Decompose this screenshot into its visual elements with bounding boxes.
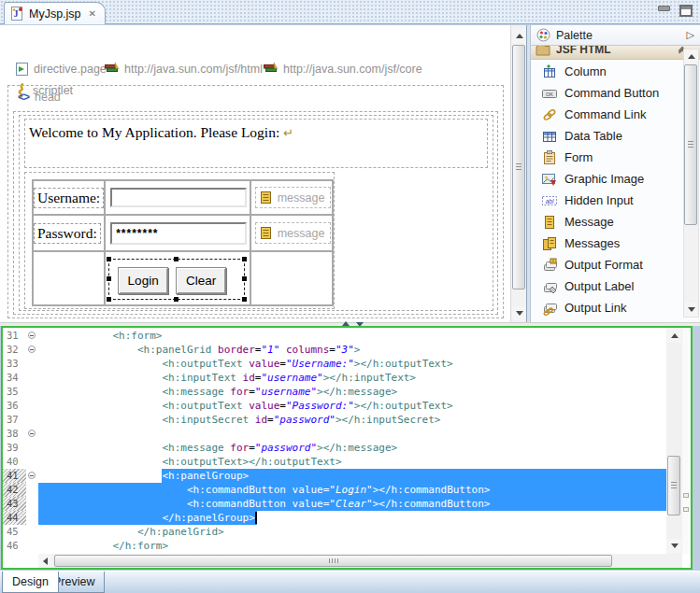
password-message-element[interactable]: message xyxy=(255,222,332,244)
scrollbar-thumb[interactable] xyxy=(512,45,525,289)
taglib-icon xyxy=(105,62,120,76)
selection-handle[interactable] xyxy=(107,276,111,281)
source-line-40[interactable]: 40 <h:outputText></h:outputText> xyxy=(3,455,666,469)
source-line-38[interactable]: 38 xyxy=(3,427,666,441)
palette-item-graphic-image[interactable]: Graphic Image xyxy=(531,168,683,190)
fold-column[interactable] xyxy=(26,329,38,343)
username-input[interactable] xyxy=(110,188,247,207)
scroll-up-arrow[interactable] xyxy=(667,329,681,343)
source-line-43[interactable]: 43 <h:commandButton value="Clear"></h:co… xyxy=(3,497,666,511)
selection-handle[interactable] xyxy=(107,297,111,302)
scrollbar-thumb[interactable] xyxy=(667,456,680,515)
scroll-up-arrow[interactable] xyxy=(512,29,526,43)
selection-handle[interactable] xyxy=(242,257,247,261)
source-line-37[interactable]: 37 <h:inputSecret id="password"></h:inpu… xyxy=(3,413,666,427)
scrollbar-thumb[interactable] xyxy=(684,64,697,225)
palette-item-output-label[interactable]: Output Label xyxy=(531,275,683,297)
palette-header[interactable]: Palette ▷ xyxy=(531,25,700,46)
selection-handle[interactable] xyxy=(174,257,179,261)
design-vertical-scrollbar[interactable] xyxy=(510,25,526,322)
messages-icon xyxy=(542,236,557,251)
palette-item-messages[interactable]: Messages xyxy=(531,233,683,254)
palette-scrollbar[interactable] xyxy=(683,49,699,318)
palette-item-hidden-input[interactable]: ablHidden Input xyxy=(531,190,683,211)
username-message-element[interactable]: message xyxy=(255,187,332,208)
text-cursor xyxy=(255,512,257,524)
scrollbar-thumb[interactable] xyxy=(54,555,612,567)
palette-item-form[interactable]: Form xyxy=(531,147,683,168)
scroll-down-arrow[interactable] xyxy=(684,303,698,317)
selection-handle[interactable] xyxy=(174,297,179,302)
svg-text:OK: OK xyxy=(546,91,553,96)
tab-close-icon[interactable]: ✕ xyxy=(89,8,96,19)
head-element[interactable]: <> head xyxy=(18,91,61,104)
palette-flyout-icon[interactable]: ▷ xyxy=(687,29,694,41)
welcome-text[interactable]: Welcome to My Application. Please Login:… xyxy=(29,124,293,141)
splitter-up-icon[interactable] xyxy=(342,318,350,326)
palette-item-data-table[interactable]: Data Table xyxy=(531,125,683,147)
maximize-view-icon[interactable] xyxy=(679,5,693,17)
selection-handle[interactable] xyxy=(107,257,111,261)
selection-handle[interactable] xyxy=(242,276,247,281)
source-line-33[interactable]: 33 <h:outputText value="Username:"></h:o… xyxy=(3,357,666,371)
overview-ruler[interactable] xyxy=(682,328,691,554)
output-text-box[interactable]: Welcome to My Application. Please Login:… xyxy=(24,119,488,168)
minimize-view-icon[interactable] xyxy=(657,5,670,16)
source-editor[interactable]: 31 <h:form>32 <h:panelGrid border="1" co… xyxy=(1,326,693,570)
palette-item-label: Hidden Input xyxy=(564,193,634,207)
source-line-45[interactable]: 45 </h:panelGrid> xyxy=(3,525,666,539)
scroll-down-arrow[interactable] xyxy=(667,539,681,553)
fold-column xyxy=(26,357,38,371)
panel-group-selection[interactable]: Login Clear xyxy=(108,259,245,300)
editor-tab-myjsp[interactable]: J MyJsp.jsp ✕ xyxy=(4,2,106,24)
palette-title: Palette xyxy=(556,29,593,42)
taglib-core-element[interactable]: http://java.sun.com/jsf/core xyxy=(264,62,422,76)
login-button[interactable]: Login xyxy=(118,267,168,294)
palette-item-output-link[interactable]: Output Link xyxy=(531,297,683,318)
scroll-up-arrow[interactable] xyxy=(684,49,698,64)
palette-panel: Palette ▷ JSF HTML ColumnOKCommand Butto… xyxy=(530,25,700,322)
password-input[interactable] xyxy=(110,222,247,245)
clear-button[interactable]: Clear xyxy=(176,267,226,294)
palette-item-list: ColumnOKCommand ButtonCommand LinkData T… xyxy=(531,61,683,322)
source-code-area[interactable]: 31 <h:form>32 <h:panelGrid border="1" co… xyxy=(3,329,666,553)
palette-item-column[interactable]: Column xyxy=(531,61,683,82)
palette-item-output-format[interactable]: Output Format xyxy=(531,254,683,275)
fold-column xyxy=(26,371,38,385)
source-vertical-scrollbar[interactable] xyxy=(666,328,682,554)
fold-column[interactable] xyxy=(26,343,38,357)
fold-column[interactable] xyxy=(26,469,38,483)
password-label[interactable]: Password: xyxy=(34,223,101,244)
palette-item-command-button[interactable]: OKCommand Button xyxy=(531,82,683,104)
annotation-marker[interactable] xyxy=(683,493,689,498)
annotation-marker[interactable] xyxy=(683,507,689,512)
palette-item-label: Output Format xyxy=(564,258,643,272)
palette-item-message[interactable]: Message xyxy=(531,211,683,233)
source-line-39[interactable]: 39 <h:message for="password"></h:message… xyxy=(3,441,666,455)
hidden-input-icon: abl xyxy=(542,193,557,208)
line-break-icon: ↵ xyxy=(283,126,293,140)
source-line-42[interactable]: 42 <h:commandButton value="Login"></h:co… xyxy=(3,483,666,497)
directive-page-element[interactable]: directive.page xyxy=(15,62,107,77)
fold-column xyxy=(26,399,38,413)
source-line-44[interactable]: 44 </h:panelGroup> xyxy=(3,511,666,525)
source-line-36[interactable]: 36 <h:outputText value="Password:"></h:o… xyxy=(3,399,666,413)
scroll-left-arrow[interactable] xyxy=(38,554,52,568)
palette-item-command-link[interactable]: Command Link xyxy=(531,104,683,125)
tab-design[interactable]: Design xyxy=(2,572,59,593)
selection-handle[interactable] xyxy=(242,297,247,302)
source-line-34[interactable]: 34 <h:inputText id="username"></h:inputT… xyxy=(3,371,666,385)
palette-drawer-jsf-html[interactable]: JSF HTML xyxy=(531,46,700,60)
source-line-32[interactable]: 32 <h:panelGrid border="1" columns="3"> xyxy=(3,343,666,357)
username-label[interactable]: Username: xyxy=(34,188,104,208)
source-line-46[interactable]: 46 </h:form> xyxy=(3,539,666,553)
source-line-35[interactable]: 35 <h:message for="username"></h:message… xyxy=(3,385,666,399)
source-line-41[interactable]: 41 <h:panelGroup> xyxy=(3,469,666,483)
scroll-down-arrow[interactable] xyxy=(512,306,526,320)
fold-collapse-icon xyxy=(28,346,36,353)
source-horizontal-scrollbar[interactable] xyxy=(38,554,666,568)
taglib-html-element[interactable]: http://java.sun.com/jsf/html xyxy=(105,62,263,76)
fold-column[interactable] xyxy=(26,427,38,441)
line-number: 43 xyxy=(3,497,26,511)
source-line-31[interactable]: 31 <h:form> xyxy=(3,329,666,343)
